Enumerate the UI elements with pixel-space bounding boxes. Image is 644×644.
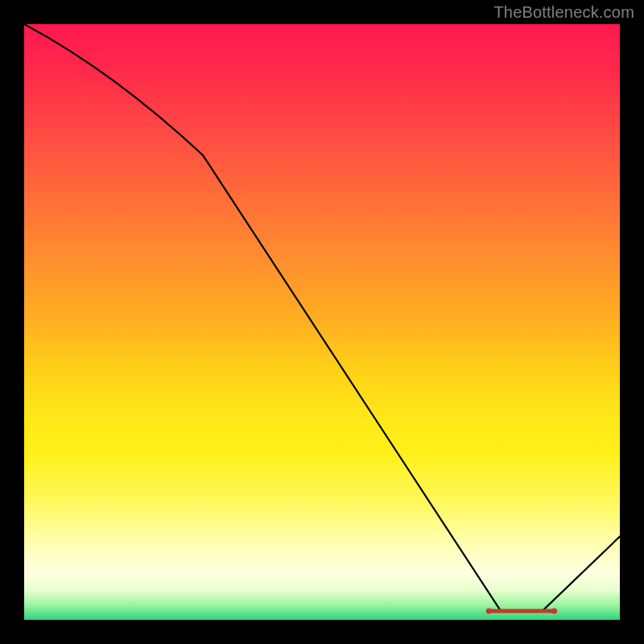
- chart-stage: TheBottleneck.com: [0, 0, 644, 644]
- curve-path: [24, 24, 620, 611]
- flat-segment-dot-1: [551, 608, 557, 613]
- watermark-text: TheBottleneck.com: [493, 3, 634, 22]
- chart-svg: [24, 24, 620, 620]
- flat-segment: [486, 608, 557, 613]
- plot-area: [24, 24, 620, 620]
- flat-segment-dot-0: [486, 608, 492, 613]
